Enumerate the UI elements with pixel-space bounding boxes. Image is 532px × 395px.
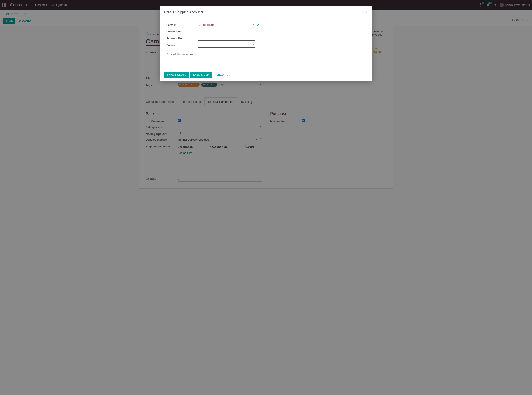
modal-notes-textarea[interactable] [166, 51, 366, 64]
modal-title: Create Shipping Accounts [164, 10, 203, 14]
save-close-button[interactable]: SAVE & CLOSE [164, 72, 189, 78]
modal-label-account-num: Account Num. [166, 37, 198, 40]
modal-account-num-input[interactable] [198, 36, 255, 41]
modal-label-partner: Partner [166, 23, 198, 27]
modal-header: Create Shipping Accounts × [160, 6, 372, 18]
modal-label-carrier: Carrier [166, 44, 198, 47]
modal-footer: SAVE & CLOSE SAVE & NEW DISCARD [160, 69, 372, 81]
partner-external-icon[interactable]: ↗ [257, 23, 259, 27]
create-shipping-modal: Create Shipping Accounts × Partner ▼ ↗ D… [160, 6, 372, 81]
modal-label-description: Description [166, 30, 198, 33]
modal-discard-button[interactable]: DISCARD [214, 72, 231, 78]
save-new-button[interactable]: SAVE & NEW [191, 72, 212, 78]
modal-description-input[interactable] [198, 29, 255, 34]
modal-carrier-input[interactable] [198, 42, 255, 48]
modal-close-icon[interactable]: × [365, 10, 368, 15]
modal-body: Partner ▼ ↗ Description Account Num. Car… [160, 18, 372, 69]
modal-partner-input[interactable] [198, 22, 255, 27]
